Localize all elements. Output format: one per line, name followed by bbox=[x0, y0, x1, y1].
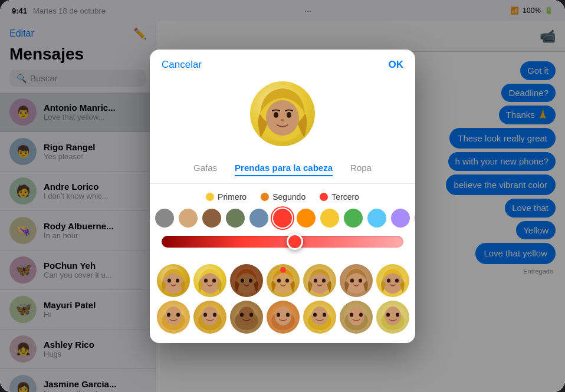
memoji-option[interactable] bbox=[376, 301, 409, 334]
color-slider-track[interactable] bbox=[162, 236, 403, 248]
svg-point-9 bbox=[204, 278, 208, 282]
svg-point-17 bbox=[285, 278, 289, 282]
memoji-option[interactable] bbox=[157, 301, 190, 334]
memoji-modal: Cancelar OK bbox=[150, 50, 415, 343]
memoji-option[interactable] bbox=[303, 264, 336, 297]
modal-navbar: Cancelar OK bbox=[150, 50, 415, 75]
svg-point-53 bbox=[386, 312, 390, 317]
memoji-option[interactable] bbox=[303, 301, 336, 334]
swatch[interactable] bbox=[344, 209, 363, 228]
swatch[interactable] bbox=[249, 209, 268, 228]
svg-point-20 bbox=[322, 278, 326, 282]
memoji-option[interactable] bbox=[230, 301, 263, 334]
svg-point-4 bbox=[281, 119, 284, 121]
swatch[interactable] bbox=[202, 209, 221, 228]
svg-point-23 bbox=[359, 278, 362, 282]
memoji-option[interactable] bbox=[230, 264, 263, 297]
tab-gafas[interactable]: Gafas bbox=[193, 160, 217, 176]
memoji-option[interactable] bbox=[376, 264, 409, 297]
svg-point-45 bbox=[313, 312, 317, 317]
svg-point-46 bbox=[323, 312, 326, 317]
svg-point-6 bbox=[167, 278, 171, 282]
color-options: Primero Segundo Tercero bbox=[150, 184, 415, 264]
svg-point-25 bbox=[387, 278, 390, 282]
svg-point-37 bbox=[240, 312, 244, 317]
memoji-option[interactable] bbox=[193, 301, 226, 334]
color-label-tercero: Tercero bbox=[320, 192, 359, 202]
svg-point-38 bbox=[249, 312, 253, 317]
swatch[interactable] bbox=[297, 209, 316, 228]
svg-point-15 bbox=[280, 267, 286, 273]
memoji-option[interactable] bbox=[267, 301, 300, 334]
svg-point-33 bbox=[203, 312, 207, 317]
svg-point-30 bbox=[176, 312, 180, 317]
svg-point-13 bbox=[249, 278, 252, 282]
memoji-avatar-display bbox=[250, 81, 315, 146]
svg-point-19 bbox=[314, 278, 317, 282]
svg-point-34 bbox=[213, 312, 216, 317]
swatch[interactable] bbox=[415, 209, 415, 228]
svg-point-50 bbox=[359, 312, 363, 317]
color-label-primero: Primero bbox=[206, 192, 247, 202]
color-slider-thumb[interactable] bbox=[287, 233, 303, 250]
svg-point-10 bbox=[212, 278, 216, 282]
color-labels: Primero Segundo Tercero bbox=[159, 192, 406, 202]
swatch-selected[interactable] bbox=[273, 209, 292, 228]
swatch[interactable] bbox=[320, 209, 339, 228]
svg-point-12 bbox=[241, 278, 244, 282]
svg-point-2 bbox=[274, 112, 278, 118]
memoji-option[interactable] bbox=[340, 264, 373, 297]
swatch[interactable] bbox=[367, 209, 386, 228]
ok-button[interactable]: OK bbox=[389, 59, 404, 71]
svg-point-7 bbox=[176, 278, 179, 282]
svg-point-22 bbox=[350, 278, 354, 282]
color-label-segundo: Segundo bbox=[261, 192, 306, 202]
svg-point-49 bbox=[350, 312, 353, 317]
ipad-frame: 9:41 Martes 18 de octubre ··· 📶 100% 🔋 E… bbox=[0, 0, 565, 392]
swatch[interactable] bbox=[226, 209, 245, 228]
memoji-option[interactable] bbox=[157, 264, 190, 297]
tab-prendas[interactable]: Prendas para la cabeza bbox=[235, 160, 333, 176]
swatch[interactable] bbox=[179, 209, 198, 228]
memoji-preview bbox=[150, 75, 415, 156]
svg-point-29 bbox=[167, 312, 170, 317]
svg-point-42 bbox=[286, 312, 290, 317]
svg-point-41 bbox=[277, 312, 280, 317]
cancel-button[interactable]: Cancelar bbox=[162, 59, 202, 71]
svg-point-3 bbox=[287, 112, 291, 118]
memoji-option[interactable] bbox=[340, 301, 373, 334]
color-swatches bbox=[159, 209, 406, 228]
swatch[interactable] bbox=[155, 209, 174, 228]
memoji-option[interactable] bbox=[267, 264, 300, 297]
swatch[interactable] bbox=[150, 209, 150, 228]
modal-overlay: Cancelar OK bbox=[0, 0, 565, 392]
swatch[interactable] bbox=[391, 209, 410, 228]
color-slider-container bbox=[159, 236, 406, 248]
modal-tabs: Gafas Prendas para la cabeza Ropa bbox=[150, 156, 415, 184]
tab-ropa[interactable]: Ropa bbox=[350, 160, 372, 176]
svg-point-26 bbox=[395, 278, 399, 282]
svg-point-16 bbox=[277, 278, 281, 282]
svg-point-1 bbox=[266, 100, 299, 136]
svg-point-54 bbox=[396, 312, 399, 317]
memoji-option[interactable] bbox=[193, 264, 226, 297]
